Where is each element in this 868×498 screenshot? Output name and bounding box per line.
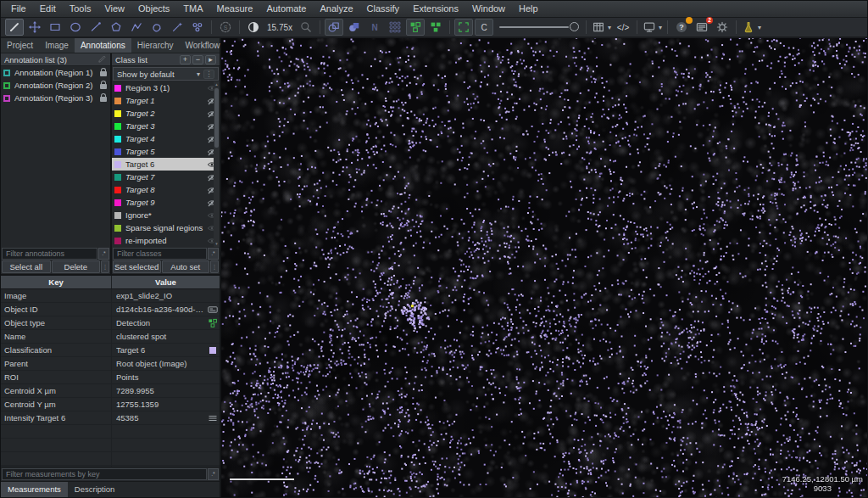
tab-workflow[interactable]: Workflow bbox=[180, 38, 226, 53]
tab-measurements[interactable]: Measurements bbox=[1, 482, 68, 497]
show-names-toggle-button[interactable]: N bbox=[365, 19, 384, 36]
class-item[interactable]: Target 3 bbox=[112, 120, 220, 132]
show-detections-toggle[interactable] bbox=[406, 19, 425, 36]
annotation-item[interactable]: Annotation (Region 3) bbox=[1, 92, 110, 104]
lock-icon[interactable] bbox=[100, 84, 107, 89]
class-item[interactable]: Target 8 bbox=[112, 183, 220, 196]
table-row[interactable] bbox=[1, 439, 220, 452]
table-row[interactable]: Nameclustered spot bbox=[1, 330, 220, 344]
magnification-display-button[interactable]: 15.75x bbox=[264, 19, 295, 36]
set-selected-button[interactable]: Set selected bbox=[113, 260, 161, 273]
table-row[interactable]: ClassificationTarget 6 bbox=[1, 344, 220, 357]
table-row[interactable]: Object IDd124cb16-a236-490d-85d2-b5... bbox=[1, 303, 220, 316]
class-item[interactable]: Target 7 bbox=[112, 171, 220, 183]
view-display-options[interactable]: ▾ bbox=[642, 19, 663, 36]
command-list[interactable]: 2 bbox=[693, 19, 711, 36]
script-editor-button[interactable]: </> bbox=[614, 19, 632, 36]
image-viewer[interactable]: 7146.25, 12801.50 µm 9033 bbox=[221, 38, 867, 497]
tab-description[interactable]: Description bbox=[68, 482, 122, 497]
slider-knob[interactable] bbox=[570, 22, 579, 31]
table-row[interactable] bbox=[1, 452, 220, 466]
opacity-slider[interactable] bbox=[498, 19, 579, 36]
lock-icon[interactable] bbox=[100, 71, 107, 76]
class-item[interactable]: Target 5 bbox=[112, 145, 220, 158]
table-row[interactable]: Centroid X µm7289.9955 bbox=[1, 384, 220, 398]
selection-mode-toggle[interactable]: S bbox=[216, 19, 235, 36]
points-tool[interactable] bbox=[188, 19, 207, 36]
filter-annotations-input[interactable] bbox=[2, 248, 97, 260]
annotation-item[interactable]: Annotation (Region 1) bbox=[1, 66, 110, 79]
fill-detections-toggle[interactable] bbox=[426, 19, 445, 36]
menu-view[interactable]: View bbox=[97, 1, 131, 17]
menu-tma[interactable]: TMA bbox=[176, 1, 209, 17]
annotation-filter-regex-button[interactable]: .* bbox=[98, 248, 109, 260]
table-row[interactable]: Object typeDetection bbox=[1, 316, 220, 330]
menu-extensions[interactable]: Extensions bbox=[406, 1, 465, 17]
menu-edit[interactable]: Edit bbox=[33, 1, 63, 17]
class-display-more-button[interactable]: ⋮ bbox=[203, 70, 214, 79]
class-item[interactable]: Target 1 bbox=[112, 94, 220, 107]
lock-icon[interactable] bbox=[100, 97, 107, 102]
menu-classify[interactable]: Classify bbox=[360, 1, 407, 17]
class-item[interactable]: re-imported bbox=[112, 234, 220, 247]
measurements-filter-regex-button[interactable]: .* bbox=[208, 468, 219, 480]
brightness-contrast[interactable] bbox=[244, 19, 263, 36]
menu-automate[interactable]: Automate bbox=[259, 1, 313, 17]
line-tool[interactable] bbox=[86, 19, 105, 36]
class-menu-button[interactable]: ▸ bbox=[205, 55, 216, 64]
preferences[interactable] bbox=[713, 19, 732, 36]
tab-project[interactable]: Project bbox=[1, 38, 39, 53]
show-tma-grid-toggle[interactable] bbox=[386, 19, 404, 36]
filter-classes-input[interactable] bbox=[113, 248, 207, 260]
counting-toggle-button[interactable]: C bbox=[475, 19, 493, 36]
class-item[interactable]: Target 2 bbox=[112, 107, 220, 120]
class-list-scrollbar[interactable]: ▴ ▾ bbox=[214, 81, 220, 247]
menu-help[interactable]: Help bbox=[512, 1, 545, 17]
ellipse-tool[interactable] bbox=[66, 19, 85, 36]
table-row[interactable]: ROIPoints bbox=[1, 371, 220, 384]
class-item[interactable]: Ignore* bbox=[112, 209, 220, 221]
auto-set-button[interactable]: Auto set bbox=[162, 260, 210, 273]
class-item[interactable]: Target 6 bbox=[112, 158, 220, 171]
scroll-down-icon[interactable]: ▾ bbox=[214, 241, 220, 247]
class-more-button[interactable]: ⋮ bbox=[210, 260, 219, 273]
class-item[interactable]: Target 4 bbox=[112, 132, 220, 145]
zoom-to-fit[interactable] bbox=[297, 19, 315, 36]
select-all-button[interactable]: Select all bbox=[2, 260, 51, 273]
tab-image[interactable]: Image bbox=[39, 38, 75, 53]
class-item[interactable]: Target 9 bbox=[112, 196, 220, 209]
table-row[interactable]: Intensity Target 645385 bbox=[1, 411, 220, 425]
polyline-tool[interactable] bbox=[127, 19, 146, 36]
stain-vector-tool[interactable]: ▾ bbox=[741, 19, 762, 36]
rectangle-tool[interactable] bbox=[46, 19, 64, 36]
remove-class-button[interactable]: − bbox=[192, 55, 203, 64]
menu-objects[interactable]: Objects bbox=[131, 1, 176, 17]
measurement-tables[interactable]: ▾ bbox=[591, 19, 612, 36]
scroll-up-icon[interactable]: ▴ bbox=[214, 81, 220, 87]
edit-pencil-icon[interactable] bbox=[97, 52, 107, 67]
move-tool[interactable] bbox=[25, 19, 44, 36]
annotation-more-button[interactable]: ⋮ bbox=[101, 260, 109, 273]
annotation-item[interactable]: Annotation (Region 2) bbox=[1, 79, 110, 92]
menu-tools[interactable]: Tools bbox=[63, 1, 98, 17]
polygon-tool[interactable] bbox=[107, 19, 125, 36]
microscopy-image[interactable] bbox=[221, 38, 867, 497]
filter-measurements-input[interactable] bbox=[2, 468, 207, 480]
class-item[interactable]: Sparse signal regions bbox=[112, 221, 220, 234]
table-row[interactable]: Imageexp1_slide2_IO bbox=[1, 289, 220, 303]
wand-tool[interactable] bbox=[168, 19, 186, 36]
class-item[interactable]: Region 3 (1) bbox=[112, 81, 220, 94]
tab-annotations[interactable]: Annotations bbox=[75, 38, 131, 53]
table-row[interactable]: Centroid Y µm12755.1359 bbox=[1, 398, 220, 411]
class-filter-regex-button[interactable]: .* bbox=[208, 248, 219, 260]
fill-annotations-toggle[interactable] bbox=[345, 19, 364, 36]
table-row[interactable]: ParentRoot object (Image) bbox=[1, 357, 220, 371]
table-row[interactable] bbox=[1, 425, 220, 439]
menu-measure[interactable]: Measure bbox=[210, 1, 260, 17]
brush-tool[interactable] bbox=[147, 19, 166, 36]
menu-window[interactable]: Window bbox=[465, 1, 512, 17]
tab-hierarchy[interactable]: Hierarchy bbox=[131, 38, 180, 53]
delete-button[interactable]: Delete bbox=[52, 260, 101, 273]
scrollbar-thumb[interactable] bbox=[214, 88, 219, 148]
help[interactable]: ? bbox=[672, 19, 691, 36]
